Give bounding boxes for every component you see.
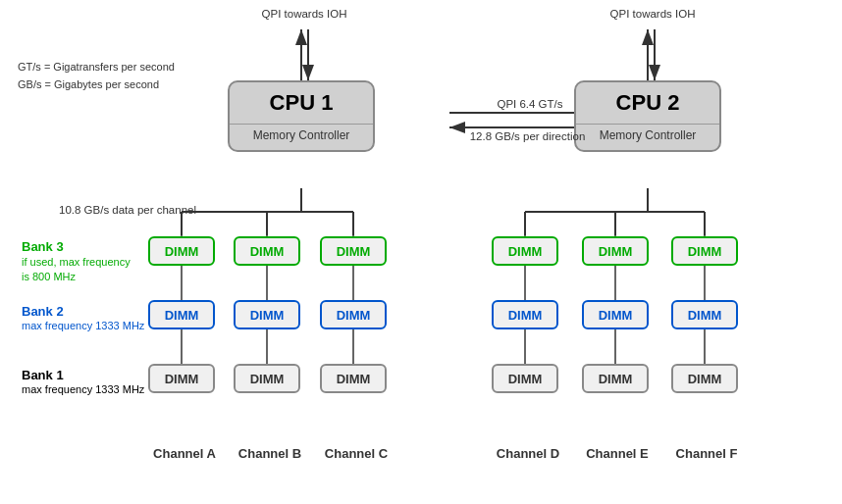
dimm-bank3-chC: DIMM bbox=[320, 236, 387, 266]
dimm-bank1-chB: DIMM bbox=[234, 364, 300, 393]
channel-b-label: Channel B bbox=[231, 446, 309, 461]
cpu1-title: CPU 1 bbox=[230, 82, 373, 120]
dimm-bank2-chA: DIMM bbox=[148, 300, 215, 329]
legend: GT/s = Gigatransfers per second GB/s = G… bbox=[18, 59, 175, 93]
dimm-bank2-chF: DIMM bbox=[671, 300, 738, 329]
qpi-link-label2: 12.8 GB/s per direction bbox=[451, 130, 604, 142]
qpi-link-label1: QPI 6.4 GT/s bbox=[461, 98, 599, 110]
dimm-bank3-chD: DIMM bbox=[492, 236, 558, 266]
bank2-sub: max frequency 1333 MHz bbox=[22, 320, 149, 331]
bank3-label: Bank 3 bbox=[22, 239, 64, 254]
dimm-bank2-chE: DIMM bbox=[582, 300, 649, 329]
channel-c-label: Channel C bbox=[317, 446, 395, 461]
channel-d-label: Channel D bbox=[489, 446, 567, 461]
channel-e-label: Channel E bbox=[578, 446, 657, 461]
dimm-bank2-chB: DIMM bbox=[234, 300, 300, 329]
channel-f-label: Channel F bbox=[667, 446, 746, 461]
dimm-bank1-chD: DIMM bbox=[492, 364, 558, 393]
bank3-sub: if used, max frequencyis 800 MHz bbox=[22, 255, 149, 285]
dimm-bank3-chB: DIMM bbox=[234, 236, 300, 266]
dimm-bank3-chE: DIMM bbox=[582, 236, 649, 266]
dimm-bank2-chC: DIMM bbox=[320, 300, 387, 329]
dimm-bank1-chA: DIMM bbox=[148, 364, 215, 393]
dimm-bank3-chA: DIMM bbox=[148, 236, 215, 266]
legend-line1: GT/s = Gigatransfers per second bbox=[18, 59, 175, 76]
legend-line2: GB/s = Gigabytes per second bbox=[18, 76, 175, 94]
bank2-label: Bank 2 bbox=[22, 304, 64, 319]
bank1-label: Bank 1 bbox=[22, 368, 64, 382]
cpu1-subtitle: Memory Controller bbox=[230, 124, 373, 150]
cpu1-box: CPU 1 Memory Controller bbox=[228, 80, 375, 152]
dimm-bank1-chC: DIMM bbox=[320, 364, 387, 393]
dimm-bank1-chE: DIMM bbox=[582, 364, 649, 393]
dimm-bank1-chF: DIMM bbox=[671, 364, 738, 393]
diagram: GT/s = Gigatransfers per second GB/s = G… bbox=[0, 0, 842, 504]
qpi-ioh-label-cpu1: QPI towards IOH bbox=[236, 8, 373, 20]
data-channel-label: 10.8 GB/s data per channel bbox=[59, 204, 216, 216]
channel-a-label: Channel A bbox=[145, 446, 224, 461]
qpi-ioh-label-cpu2: QPI towards IOH bbox=[584, 8, 721, 20]
dimm-bank3-chF: DIMM bbox=[671, 236, 738, 266]
bank1-sub: max frequency 1333 MHz bbox=[22, 383, 149, 395]
dimm-bank2-chD: DIMM bbox=[492, 300, 558, 329]
